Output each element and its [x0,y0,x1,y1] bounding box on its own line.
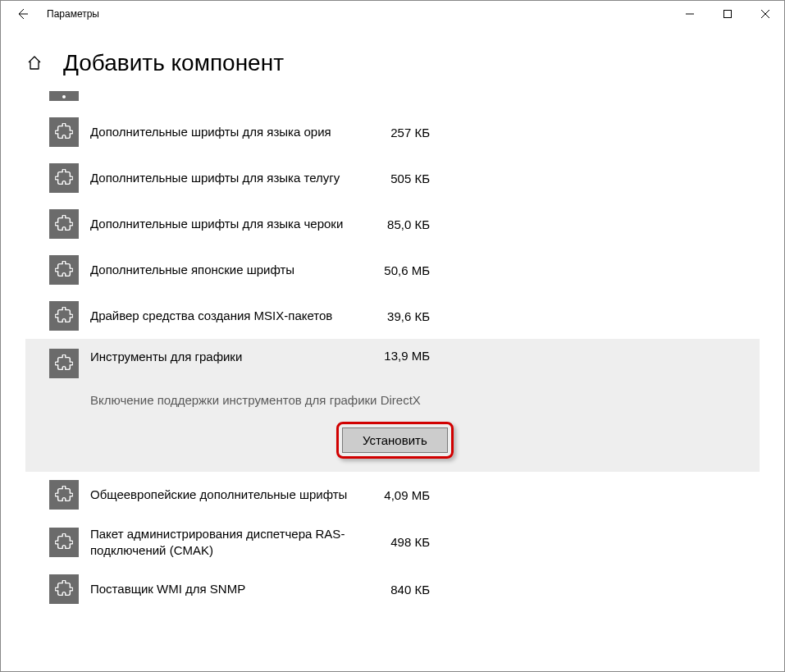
list-item-size: 4,09 МБ [364,488,435,502]
svg-rect-0 [724,11,732,18]
list-item[interactable]: Поставщик WMI для SNMP 840 КБ [25,566,760,612]
list-item-size: 50,6 МБ [364,263,435,277]
list-item-size: 85,0 КБ [364,217,435,231]
list-item-label: Драйвер средства создания MSIX-пакетов [79,308,364,324]
puzzle-icon [49,301,79,331]
list-item[interactable]: Дополнительные японские шрифты 50,6 МБ [25,247,760,293]
home-icon[interactable] [25,54,43,72]
page-title: Добавить компонент [63,50,284,76]
list-item-size: 498 КБ [364,535,435,549]
list-item[interactable]: Дополнительные шрифты для языка телугу 5… [25,155,760,201]
puzzle-icon [49,574,79,604]
window-title: Параметры [47,8,99,20]
highlight-ring: Установить [336,422,454,459]
titlebar: Параметры [1,1,784,27]
window-controls [671,1,784,27]
list-item-label: Инструменты для графики [79,349,364,378]
puzzle-icon [49,255,79,285]
list-item-label: Пакет администрирования диспетчера RAS-п… [79,526,364,558]
list-item[interactable]: Пакет администрирования диспетчера RAS-п… [25,518,760,566]
puzzle-icon [49,349,79,378]
puzzle-icon [49,209,79,239]
list-item-selected[interactable]: Инструменты для графики 13,9 МБ Включени… [25,339,760,472]
list-item-size: 505 КБ [364,171,435,185]
list-item-label: Общеевропейские дополнительные шрифты [79,487,364,503]
feature-list: Дополнительные шрифты для языка ория 257… [1,91,784,633]
puzzle-icon [49,117,79,147]
minimize-button[interactable] [671,1,709,27]
list-item[interactable]: Драйвер средства создания MSIX-пакетов 3… [25,293,760,339]
back-button[interactable] [9,1,35,27]
list-item-label: Дополнительные шрифты для языка телугу [79,170,364,186]
list-item-label: Дополнительные шрифты для языка чероки [79,216,364,232]
puzzle-icon [49,480,79,510]
list-item[interactable]: Общеевропейские дополнительные шрифты 4,… [25,472,760,518]
list-item-label: Поставщик WMI для SNMP [79,581,364,597]
list-item[interactable]: Дополнительные шрифты для языка чероки 8… [25,201,760,247]
install-button[interactable]: Установить [342,427,448,453]
list-item-label: Дополнительные японские шрифты [79,262,364,278]
list-item-size: 13,9 МБ [364,349,435,378]
close-button[interactable] [746,1,784,27]
list-item-description: Включение поддержки инструментов для гра… [49,378,760,407]
list-item-size: 39,6 КБ [364,309,435,323]
list-item-size: 257 КБ [364,126,435,139]
puzzle-icon [49,163,79,193]
page-header: Добавить компонент [1,27,784,91]
list-item-label: Дополнительные шрифты для языка ория [79,124,364,140]
list-item-size: 840 КБ [364,583,435,597]
puzzle-icon [49,528,79,557]
list-item[interactable]: Дополнительные шрифты для языка ория 257… [25,109,760,155]
maximize-button[interactable] [709,1,746,27]
list-item-partial[interactable] [49,91,79,101]
